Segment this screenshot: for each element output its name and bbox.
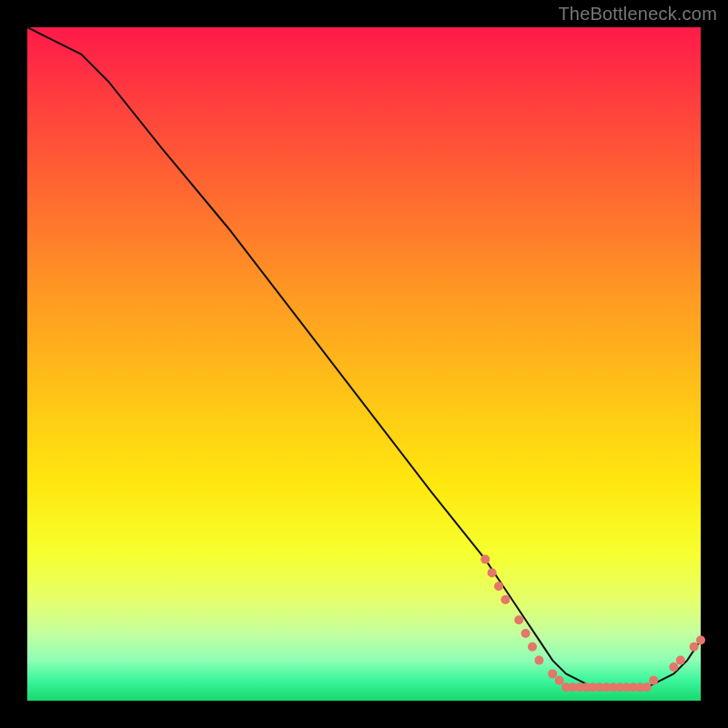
watermark-text: TheBottleneck.com bbox=[558, 4, 717, 25]
highlight-points bbox=[480, 555, 705, 693]
marker-dot bbox=[488, 568, 497, 577]
chart-frame: TheBottleneck.com bbox=[0, 0, 728, 728]
marker-dot bbox=[669, 662, 678, 672]
marker-dot bbox=[534, 656, 543, 665]
marker-dot bbox=[649, 676, 658, 685]
marker-dot bbox=[642, 682, 652, 692]
marker-dot bbox=[500, 595, 510, 604]
marker-dot bbox=[521, 629, 531, 638]
bottleneck-curve bbox=[27, 27, 701, 687]
curve-svg bbox=[27, 27, 701, 701]
marker-dot bbox=[696, 635, 705, 644]
marker-dot bbox=[528, 642, 537, 652]
marker-dot bbox=[676, 656, 685, 665]
marker-dot bbox=[555, 676, 564, 685]
marker-dot bbox=[690, 642, 699, 652]
marker-dot bbox=[494, 581, 503, 591]
marker-dot bbox=[514, 615, 523, 624]
marker-dot bbox=[548, 669, 557, 678]
plot-area bbox=[27, 27, 701, 701]
marker-dot bbox=[480, 555, 490, 564]
